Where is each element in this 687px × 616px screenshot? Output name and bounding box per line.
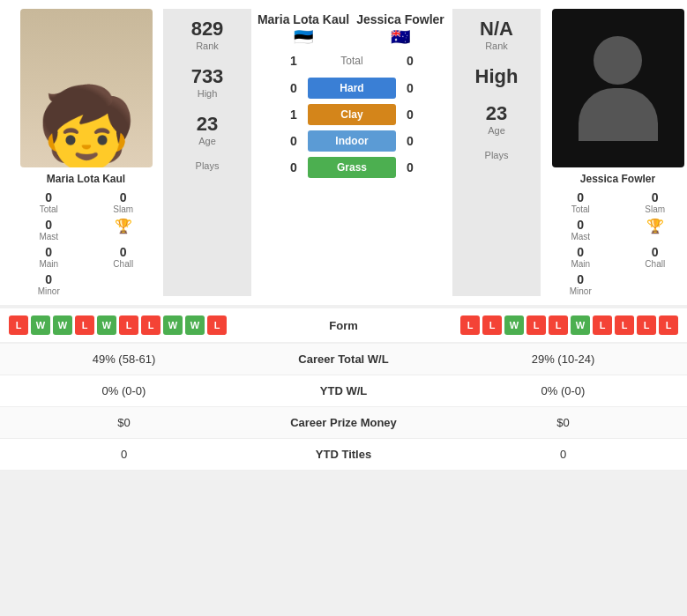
form-pill-left: W xyxy=(163,315,183,335)
player-left-photo: 🧒 xyxy=(20,9,153,167)
main-container: 🧒 Maria Lota Kaul 0 Total 0 Slam 0 Mast … xyxy=(0,0,687,471)
stats-left-value: 0% (0-0) xyxy=(14,384,234,397)
form-pill-left: W xyxy=(97,315,116,335)
form-pill-left: L xyxy=(141,315,161,335)
high-box-left: 733 High xyxy=(191,65,224,99)
stat-mast-right: 0 Mast xyxy=(548,218,614,241)
surface-hard-btn[interactable]: Hard xyxy=(308,78,396,99)
stat-minor-right: 0 Minor xyxy=(548,272,614,296)
form-pill-left: L xyxy=(9,315,28,335)
plays-box-right: Plays xyxy=(485,150,509,160)
rank-box-left: 829 Rank xyxy=(191,18,224,51)
form-pill-right: L xyxy=(593,315,612,335)
form-pill-right: W xyxy=(571,315,590,335)
stat-main-right: 0 Main xyxy=(548,245,614,269)
stats-right-value: 29% (10-24) xyxy=(453,353,673,366)
player-right-stats: 0 Total 0 Slam 0 Mast 🏆 0 Main xyxy=(541,190,687,296)
stats-table: 49% (58-61) Career Total W/L 29% (10-24)… xyxy=(0,344,687,471)
stats-row-label: YTD W/L xyxy=(234,384,453,397)
player-left-middle-stats: 829 Rank 733 High 23 Age Plays xyxy=(163,9,251,296)
form-pill-right: L xyxy=(659,315,678,335)
age-box-left: 23 Age xyxy=(197,113,218,146)
form-pill-left: L xyxy=(119,315,138,335)
player-right-photo xyxy=(552,9,684,167)
player-right-middle-stats: N/A Rank High 23 Age Plays xyxy=(452,9,541,296)
player-right-card: Jessica Fowler 0 Total 0 Slam 0 Mast 🏆 xyxy=(541,9,687,296)
stat-mast-left: 0 Mast xyxy=(16,218,82,241)
silhouette-head xyxy=(594,36,642,85)
form-pill-right: L xyxy=(637,315,656,335)
stats-left-value: 49% (58-61) xyxy=(14,353,234,366)
form-pill-right: L xyxy=(526,315,546,335)
stats-row: 0% (0-0) YTD W/L 0% (0-0) xyxy=(0,375,687,407)
stats-row: $0 Career Prize Money $0 xyxy=(0,407,687,439)
player-left-card: 🧒 Maria Lota Kaul 0 Total 0 Slam 0 Mast … xyxy=(9,9,163,296)
center-scores-col: Maria Lota Kaul 🇪🇪 Jessica Fowler 🇦🇺 1 T… xyxy=(251,9,452,296)
stat-total-right: 0 Total xyxy=(548,190,614,214)
stat-main-left: 0 Main xyxy=(16,245,82,269)
form-pill-left: W xyxy=(53,315,72,335)
trophy-icon-left: 🏆 xyxy=(115,218,132,234)
form-pills-left: LWWLWLLWWL xyxy=(9,315,291,335)
stats-row-label: Career Prize Money xyxy=(234,416,453,429)
form-pill-right: L xyxy=(460,315,480,335)
stats-row-label: YTD Titles xyxy=(234,448,453,461)
age-box-right: 23 Age xyxy=(486,102,507,136)
player-right-name: Jessica Fowler xyxy=(580,173,655,185)
form-pill-left: L xyxy=(207,315,227,335)
stat-chall-right: 0 Chall xyxy=(623,245,688,269)
form-pill-left: W xyxy=(31,315,50,335)
surface-clay-btn[interactable]: Clay xyxy=(308,104,396,125)
high-box-right: High xyxy=(475,65,519,88)
stats-right-value: 0% (0-0) xyxy=(453,384,673,397)
form-pills-right: LLWLLWLLLL xyxy=(397,315,679,335)
surface-grass-btn[interactable]: Grass xyxy=(308,157,396,178)
stats-row: 0 YTD Titles 0 xyxy=(0,439,687,471)
stats-row-label: Career Total W/L xyxy=(234,353,453,366)
center-name-right: Jessica Fowler 🇦🇺 xyxy=(352,12,449,47)
plays-box-left: Plays xyxy=(196,160,220,171)
stat-chall-left: 0 Chall xyxy=(91,245,157,269)
silhouette-body xyxy=(579,88,658,141)
score-row-indoor: 0 Indoor 0 xyxy=(251,130,452,152)
center-names-row: Maria Lota Kaul 🇪🇪 Jessica Fowler 🇦🇺 xyxy=(251,12,452,47)
score-row-clay: 1 Clay 0 xyxy=(251,104,452,125)
score-row-hard: 0 Hard 0 xyxy=(251,78,452,99)
form-pill-right: W xyxy=(504,315,524,335)
stat-total-left: 0 Total xyxy=(16,190,82,214)
score-row-total: 1 Total 0 xyxy=(251,54,452,68)
stat-trophy-left: 🏆 xyxy=(91,218,157,241)
form-pill-left: W xyxy=(185,315,205,335)
stat-slam-right: 0 Slam xyxy=(623,190,688,214)
stat-trophy-right: 🏆 xyxy=(623,218,688,241)
stats-left-value: 0 xyxy=(14,448,234,461)
stats-left-value: $0 xyxy=(14,416,234,429)
stats-right-value: 0 xyxy=(453,448,673,461)
center-name-left: Maria Lota Kaul 🇪🇪 xyxy=(255,12,352,47)
surface-indoor-btn[interactable]: Indoor xyxy=(308,130,396,152)
player-left-stats: 0 Total 0 Slam 0 Mast 🏆 0 Main xyxy=(9,190,163,296)
rank-box-right: N/A Rank xyxy=(480,18,513,51)
form-pill-right: L xyxy=(615,315,634,335)
trophy-icon-right: 🏆 xyxy=(646,218,664,234)
form-pill-right: L xyxy=(482,315,502,335)
stats-right-value: $0 xyxy=(453,416,673,429)
stat-minor-left: 0 Minor xyxy=(16,272,82,296)
form-pill-right: L xyxy=(549,315,568,335)
form-pill-left: L xyxy=(75,315,94,335)
stat-slam-left: 0 Slam xyxy=(91,190,157,214)
score-row-grass: 0 Grass 0 xyxy=(251,157,452,178)
form-section: LWWLWLLWWL Form LLWLLWLLLL xyxy=(0,308,687,342)
player-left-name: Maria Lota Kaul xyxy=(47,173,125,185)
form-label: Form xyxy=(291,319,397,332)
stats-row: 49% (58-61) Career Total W/L 29% (10-24) xyxy=(0,344,687,375)
player-comparison: 🧒 Maria Lota Kaul 0 Total 0 Slam 0 Mast … xyxy=(0,0,687,305)
